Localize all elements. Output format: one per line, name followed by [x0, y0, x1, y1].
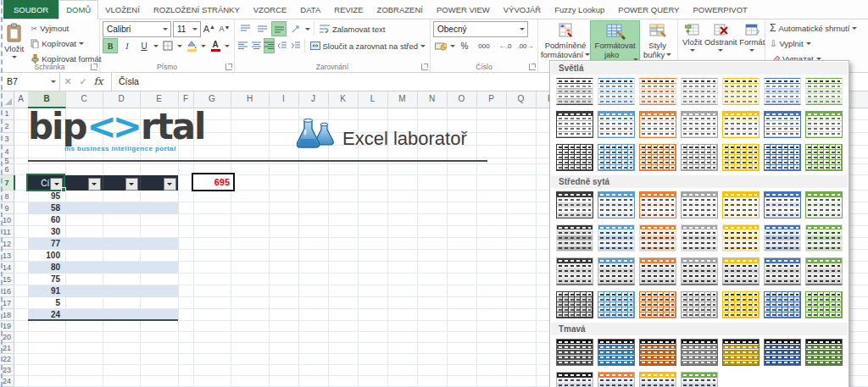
- filter-dropdown-button[interactable]: [88, 178, 101, 191]
- row-header-22[interactable]: 22: [0, 354, 14, 365]
- table-style-swatch[interactable]: [722, 191, 760, 218]
- cut-button[interactable]: ✂ Vyjmout: [29, 20, 103, 36]
- row-header-3[interactable]: 3: [0, 133, 14, 146]
- row-header-12[interactable]: 12: [0, 238, 14, 250]
- increase-decimal-button[interactable]: ←.0: [496, 38, 515, 53]
- number-format-select[interactable]: Obecný: [433, 21, 528, 37]
- copy-button[interactable]: Kopírovat: [29, 36, 103, 51]
- filter-dropdown-button[interactable]: [50, 178, 63, 191]
- conditional-formatting-button[interactable]: Podmíněné formátování: [541, 20, 590, 62]
- select-all-button[interactable]: [0, 91, 14, 107]
- row-header-10[interactable]: 10: [0, 214, 14, 226]
- table-header-cell-c7[interactable]: [65, 175, 103, 191]
- merge-center-button[interactable]: Sloučit a zarovnat na střed: [309, 38, 427, 53]
- column-header-a[interactable]: A: [14, 91, 29, 107]
- column-header-c[interactable]: C: [65, 91, 103, 107]
- table-style-swatch[interactable]: [681, 144, 718, 171]
- cancel-entry-button[interactable]: ✕: [60, 76, 75, 87]
- table-style-swatch[interactable]: [805, 111, 843, 138]
- tab-power-view[interactable]: POWER VIEW: [430, 0, 497, 19]
- table-style-swatch[interactable]: [722, 224, 760, 252]
- column-header-d[interactable]: D: [103, 91, 141, 107]
- table-value-cell-b13[interactable]: 100: [28, 250, 60, 262]
- fill-button[interactable]: ⇩ Vyplnit: [768, 36, 868, 51]
- table-style-swatch[interactable]: [764, 257, 801, 285]
- tab-vzorce[interactable]: VZORCE: [247, 0, 294, 19]
- table-style-swatch[interactable]: [805, 191, 843, 218]
- column-header-e[interactable]: E: [140, 91, 179, 107]
- column-header-f[interactable]: F: [178, 91, 194, 107]
- table-value-cell-b12[interactable]: 77: [28, 238, 60, 250]
- table-style-swatch[interactable]: [681, 291, 718, 318]
- italic-button[interactable]: I: [120, 38, 135, 53]
- tab-revize[interactable]: REVIZE: [327, 0, 370, 19]
- table-style-swatch[interactable]: [764, 224, 801, 252]
- accounting-format-button[interactable]: [433, 38, 448, 53]
- table-value-cell-b17[interactable]: 5: [28, 297, 60, 309]
- table-style-swatch[interactable]: [556, 372, 593, 387]
- row-header-19[interactable]: 19: [0, 321, 14, 332]
- font-name-select[interactable]: Calibri: [103, 21, 171, 37]
- table-style-swatch[interactable]: [764, 191, 801, 218]
- table-style-swatch[interactable]: [556, 111, 593, 138]
- paste-button[interactable]: Vložit: [3, 20, 25, 62]
- row-header-14[interactable]: 14: [0, 262, 14, 274]
- tab-fuzzy-lookup[interactable]: Fuzzy Lookup: [548, 0, 611, 19]
- table-style-swatch[interactable]: [639, 257, 676, 285]
- number-dialog-launcher-icon[interactable]: [529, 64, 536, 70]
- table-value-cell-b9[interactable]: 58: [28, 202, 60, 214]
- font-color-button[interactable]: A: [208, 38, 223, 53]
- column-header-m[interactable]: M: [387, 91, 418, 107]
- column-header-i[interactable]: I: [269, 91, 299, 107]
- table-style-swatch[interactable]: [556, 257, 593, 285]
- table-style-swatch[interactable]: [639, 191, 676, 218]
- tab-zobrazení[interactable]: ZOBRAZENÍ: [370, 0, 430, 19]
- table-style-swatch[interactable]: [639, 372, 676, 387]
- table-style-swatch[interactable]: [556, 191, 593, 218]
- table-style-swatch[interactable]: [722, 257, 760, 285]
- table-style-swatch[interactable]: [681, 78, 718, 105]
- table-style-swatch[interactable]: [598, 144, 635, 171]
- table-style-swatch[interactable]: [598, 291, 635, 318]
- tab-v-vojář[interactable]: VÝVOJÁŘ: [497, 0, 548, 19]
- table-value-cell-b14[interactable]: 80: [28, 262, 60, 274]
- table-style-swatch[interactable]: [681, 372, 718, 387]
- tab-power-query[interactable]: POWER QUERY: [611, 0, 686, 19]
- row-header-11[interactable]: 11: [0, 226, 14, 238]
- align-left-button[interactable]: [237, 38, 248, 53]
- table-style-swatch[interactable]: [556, 144, 593, 171]
- row-header-9[interactable]: 9: [0, 202, 14, 214]
- row-header-21[interactable]: 21: [0, 343, 14, 354]
- cell-styles-button[interactable]: Styly buňky: [640, 20, 675, 62]
- alignment-dialog-launcher-icon[interactable]: [421, 64, 428, 70]
- table-style-swatch[interactable]: [805, 257, 843, 285]
- table-style-swatch[interactable]: [764, 111, 801, 138]
- table-style-swatch[interactable]: [639, 224, 676, 252]
- bold-button[interactable]: B: [103, 38, 118, 53]
- filter-dropdown-button[interactable]: [164, 178, 176, 191]
- row-header-24[interactable]: 24: [0, 376, 14, 387]
- increase-font-button[interactable]: A▲: [203, 21, 216, 36]
- delete-cells-button[interactable]: Odstranit: [704, 20, 737, 62]
- formula-input[interactable]: Čísla: [115, 76, 139, 86]
- table-style-swatch[interactable]: [639, 291, 676, 318]
- column-header-g[interactable]: G: [193, 91, 231, 107]
- row-header-5[interactable]: 5: [0, 158, 14, 164]
- table-value-cell-b8[interactable]: 95: [28, 191, 60, 202]
- increase-indent-button[interactable]: [289, 38, 300, 53]
- tab-soubor[interactable]: SOUBOR: [3, 0, 58, 19]
- table-style-swatch[interactable]: [764, 339, 801, 366]
- table-header-cell-d7[interactable]: [103, 175, 141, 191]
- table-style-swatch[interactable]: [639, 111, 676, 138]
- table-style-swatch[interactable]: [681, 257, 718, 285]
- table-style-swatch[interactable]: [722, 339, 760, 366]
- table-style-swatch[interactable]: [556, 339, 593, 366]
- insert-function-button[interactable]: fx: [91, 75, 106, 87]
- clipboard-dialog-launcher-icon[interactable]: [91, 64, 97, 70]
- table-value-cell-b10[interactable]: 60: [28, 214, 60, 226]
- row-header-4[interactable]: 4: [0, 146, 14, 158]
- decrease-indent-button[interactable]: [276, 38, 287, 53]
- table-style-swatch[interactable]: [805, 144, 843, 171]
- table-value-cell-b18[interactable]: 24: [28, 309, 60, 321]
- table-style-swatch[interactable]: [556, 224, 593, 252]
